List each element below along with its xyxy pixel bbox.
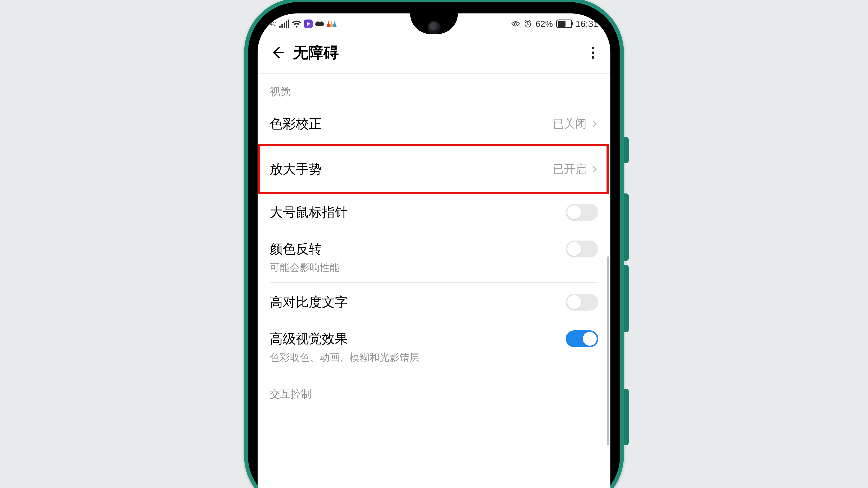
row-label: 高对比度文字 bbox=[270, 293, 348, 311]
phone-frame: 4G bbox=[244, 0, 624, 488]
row-high-contrast-text[interactable]: 高对比度文字 bbox=[257, 283, 611, 322]
row-color-inversion[interactable]: 颜色反转 可能会影响性能 bbox=[257, 232, 611, 282]
power-button bbox=[624, 389, 629, 445]
row-label: 大号鼠标指针 bbox=[270, 204, 348, 221]
wifi-icon bbox=[292, 20, 302, 28]
alarm-icon bbox=[523, 20, 532, 28]
back-button[interactable] bbox=[270, 45, 285, 61]
row-large-mouse-pointer[interactable]: 大号鼠标指针 bbox=[257, 193, 611, 232]
row-label: 色彩校正 bbox=[270, 115, 322, 133]
status-bar: 4G bbox=[257, 13, 611, 34]
chevron-right-icon bbox=[591, 120, 598, 128]
row-subtitle: 可能会影响性能 bbox=[270, 261, 598, 274]
page-title: 无障碍 bbox=[293, 42, 339, 63]
row-advanced-visual-effects[interactable]: 高级视觉效果 色彩取色、动画、模糊和光影错层 bbox=[257, 322, 611, 372]
toggle-advanced-visual[interactable] bbox=[566, 330, 598, 347]
section-header-interaction: 交互控制 bbox=[257, 372, 611, 404]
row-label: 颜色反转 bbox=[270, 240, 322, 258]
toggle-large-pointer[interactable] bbox=[566, 204, 598, 221]
overflow-menu-button[interactable] bbox=[588, 45, 598, 61]
row-subtitle: 色彩取色、动画、模糊和光影错层 bbox=[270, 351, 598, 364]
toggle-color-inversion[interactable] bbox=[566, 240, 598, 257]
battery-icon bbox=[556, 20, 572, 28]
wechat-icon bbox=[315, 22, 324, 26]
row-color-correction[interactable]: 色彩校正 已关闭 bbox=[257, 102, 611, 145]
app-header: 无障碍 bbox=[257, 34, 611, 73]
row-value: 已关闭 bbox=[553, 116, 587, 131]
cellular-signal-icon bbox=[279, 20, 289, 28]
migu-app-icon bbox=[327, 21, 337, 27]
section-header-visual: 视觉 bbox=[257, 73, 611, 102]
settings-list[interactable]: 视觉 色彩校正 已关闭 放大手势 已开启 bbox=[257, 73, 611, 404]
screen: 4G bbox=[257, 13, 611, 488]
row-value: 已开启 bbox=[553, 162, 587, 177]
volume-up-button bbox=[624, 193, 629, 261]
eye-comfort-icon bbox=[511, 20, 520, 28]
toggle-high-contrast[interactable] bbox=[566, 294, 598, 311]
side-button bbox=[624, 137, 629, 163]
battery-percent-label: 62% bbox=[535, 19, 553, 29]
row-label: 放大手势 bbox=[270, 161, 322, 178]
media-app-icon bbox=[304, 20, 313, 28]
row-magnification-gesture[interactable]: 放大手势 已开启 bbox=[257, 145, 611, 193]
volume-down-button bbox=[624, 265, 629, 332]
chevron-right-icon bbox=[591, 165, 598, 173]
network-type-label: 4G bbox=[270, 21, 277, 27]
clock-label: 16:31 bbox=[576, 19, 598, 29]
scroll-indicator bbox=[607, 256, 609, 445]
row-label: 高级视觉效果 bbox=[270, 330, 348, 348]
